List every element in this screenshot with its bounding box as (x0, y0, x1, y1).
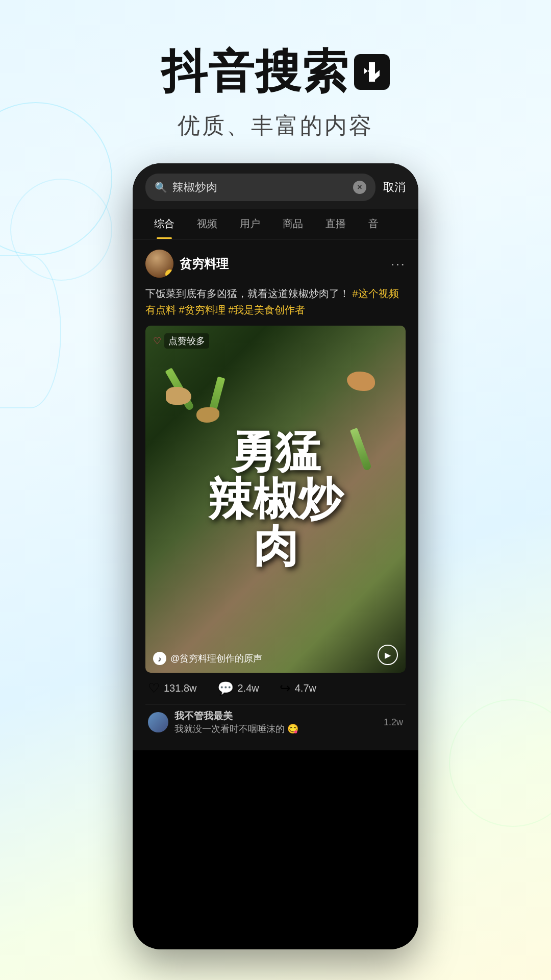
post-header: ✓ 贫穷料理 ··· (145, 250, 406, 278)
shares-stat[interactable]: ↪ 4.7w (280, 680, 316, 696)
heart-stat-icon: ♡ (148, 680, 160, 696)
likes-stat[interactable]: ♡ 131.8w (148, 680, 197, 696)
comment-preview-row: 我不管我最美 我就没一次看时不咽唾沫的 😋 1.2w (145, 704, 406, 740)
phone-mockup: 🔍 辣椒炒肉 × 取消 综合 视频 用户 (133, 163, 418, 949)
post-text: 下饭菜到底有多凶猛，就看这道辣椒炒肉了！ #这个视频有点料 #贫穷料理 #我是美… (145, 285, 406, 318)
tab-商品[interactable]: 商品 (271, 209, 314, 239)
clear-search-button[interactable]: × (353, 181, 366, 194)
tab-音乐[interactable]: 音 (357, 209, 390, 239)
video-thumbnail[interactable]: 勇猛辣椒炒肉 ♡ 点赞较多 ♪ @贫穷料理创作的原声 (145, 326, 406, 673)
play-button[interactable]: ▶ (378, 645, 398, 665)
audio-text: @贫穷料理创作的原声 (170, 652, 262, 665)
tiktok-logo-icon (354, 54, 390, 90)
video-title-container: 勇猛辣椒炒肉 (145, 326, 406, 673)
heart-icon: ♡ (153, 335, 161, 347)
badge-label: 点赞较多 (164, 333, 209, 349)
phone-screen: 🔍 辣椒炒肉 × 取消 综合 视频 用户 (133, 163, 418, 949)
comment-body: 我就没一次看时不咽唾沫的 😋 (174, 724, 298, 734)
username[interactable]: 贫穷料理 (180, 256, 229, 272)
comment-count-num: 1.2w (384, 717, 403, 728)
likes-count: 131.8w (164, 682, 197, 694)
comment-content: 我不管我最美 我就没一次看时不咽唾沫的 😋 (174, 709, 378, 735)
engagement-stats: ♡ 131.8w 💬 2.4w ↪ 4.7w (145, 673, 406, 704)
search-query-text: 辣椒炒肉 (172, 180, 348, 195)
more-options-button[interactable]: ··· (391, 256, 406, 272)
shares-count: 4.7w (295, 682, 316, 694)
commenter-avatar (148, 712, 168, 732)
search-bar-area: 🔍 辣椒炒肉 × 取消 (133, 163, 418, 209)
tabs-area: 综合 视频 用户 商品 直播 音 (133, 209, 418, 239)
video-background: 勇猛辣椒炒肉 ♡ 点赞较多 ♪ @贫穷料理创作的原声 (145, 326, 406, 673)
tab-直播[interactable]: 直播 (314, 209, 357, 239)
video-big-text: 勇猛辣椒炒肉 (198, 418, 353, 580)
commenter-name[interactable]: 我不管我最美 (174, 710, 233, 721)
app-title: 抖音搜索 (0, 41, 551, 103)
content-area: ✓ 贫穷料理 ··· 下饭菜到底有多凶猛，就看这道辣椒炒肉了！ #这个视频有点料… (133, 239, 418, 750)
title-text: 抖音搜索 (161, 41, 349, 103)
tab-用户[interactable]: 用户 (229, 209, 271, 239)
bg-decoration-circle-3 (449, 699, 551, 827)
phone-frame: 🔍 辣椒炒肉 × 取消 综合 视频 用户 (133, 163, 418, 949)
search-icon: 🔍 (155, 181, 167, 193)
cancel-search-button[interactable]: 取消 (383, 180, 406, 195)
share-stat-icon: ↪ (280, 680, 291, 696)
comments-count: 2.4w (238, 682, 259, 694)
search-input-box[interactable]: 🔍 辣椒炒肉 × (145, 174, 375, 201)
tab-视频[interactable]: 视频 (186, 209, 229, 239)
comments-stat[interactable]: 💬 2.4w (217, 680, 259, 696)
audio-icon: ♪ (153, 652, 166, 665)
user-avatar: ✓ (145, 250, 173, 278)
comment-stat-icon: 💬 (217, 680, 234, 696)
audio-info[interactable]: ♪ @贫穷料理创作的原声 (153, 652, 262, 665)
bg-decoration-wave (0, 255, 61, 408)
user-info: ✓ 贫穷料理 (145, 250, 229, 278)
tab-综合[interactable]: 综合 (143, 209, 186, 239)
video-badge: ♡ 点赞较多 (153, 333, 209, 349)
verified-badge-icon: ✓ (165, 270, 173, 278)
